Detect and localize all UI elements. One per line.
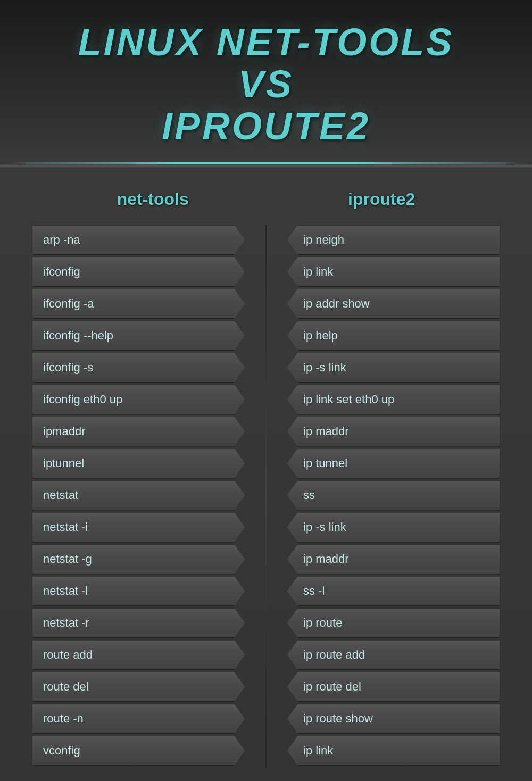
separator — [0, 164, 532, 168]
right-column-header: iproute2 — [348, 189, 415, 209]
table-row: ip link set eth0 up — [287, 385, 500, 415]
table-row: ifconfig eth0 up — [32, 385, 245, 415]
table-row: arp -na — [32, 225, 245, 255]
column-headers: net-tools iproute2 — [16, 189, 516, 209]
table-row: ip route add — [287, 640, 500, 670]
table-row: ip tunnel — [287, 448, 500, 479]
table-row: iptunnel — [32, 448, 245, 479]
table-row: ifconfig — [32, 257, 245, 287]
table-row: ip route show — [287, 704, 500, 734]
table-row: ss — [287, 480, 500, 511]
table-row: ipmaddr — [32, 417, 245, 447]
table-row: netstat -l — [32, 576, 245, 606]
table-row: netstat -i — [32, 512, 245, 543]
table-row: ip maddr — [287, 544, 500, 575]
table-row: vconfig — [32, 736, 245, 766]
header: LINUX NET-TOOLS VS IPROUTE2 — [0, 0, 532, 164]
table-row: route del — [32, 672, 245, 702]
table-row: ip maddr — [287, 417, 500, 447]
nettools-column: arp -naifconfigifconfig -aifconfig --hel… — [32, 225, 245, 768]
table-row: ss -l — [287, 576, 500, 606]
table-row: route add — [32, 640, 245, 670]
comparison-table: arp -naifconfigifconfig -aifconfig --hel… — [16, 225, 516, 768]
table-row: ip link — [287, 736, 500, 766]
table-row: ip route del — [287, 672, 500, 702]
column-divider — [250, 225, 282, 768]
table-row: ip link — [287, 257, 500, 287]
table-row: ip neigh — [287, 225, 500, 255]
table-row: ip addr show — [287, 289, 500, 319]
table-row: ip help — [287, 321, 500, 351]
title-line2: VS — [11, 63, 521, 105]
left-column-header: net-tools — [117, 189, 189, 209]
title-line1: LINUX NET-TOOLS — [11, 21, 521, 63]
table-row: ip -s link — [287, 512, 500, 543]
table-row: netstat -r — [32, 608, 245, 638]
table-row: route -n — [32, 704, 245, 734]
table-row: ifconfig -s — [32, 353, 245, 383]
table-row: netstat — [32, 480, 245, 511]
table-row: ifconfig --help — [32, 321, 245, 351]
iproute2-column: ip neighip linkip addr showip helpip -s … — [287, 225, 500, 768]
table-row: ip -s link — [287, 353, 500, 383]
title-line3: IPROUTE2 — [11, 105, 521, 147]
table-row: netstat -g — [32, 544, 245, 575]
main-content: net-tools iproute2 arp -naifconfigifconf… — [0, 168, 532, 781]
table-row: ifconfig -a — [32, 289, 245, 319]
table-row: ip route — [287, 608, 500, 638]
